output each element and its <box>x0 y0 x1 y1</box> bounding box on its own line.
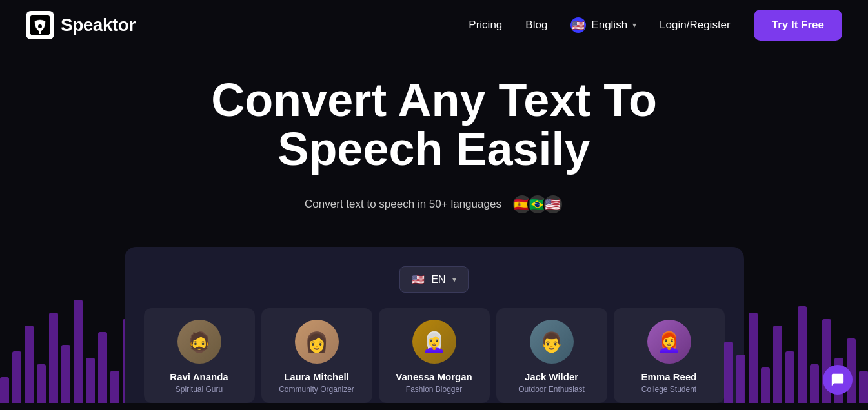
wave-bar <box>86 358 95 403</box>
voice-avatar-emma: 👩‍🦰 <box>647 320 691 364</box>
try-it-free-button[interactable]: Try It Free <box>754 10 842 41</box>
wave-bar <box>798 306 807 403</box>
wave-bar <box>74 300 83 403</box>
flag-usa: 🇺🇸 <box>543 194 563 215</box>
voice-role-ravi: Spiritual Guru <box>176 385 223 394</box>
chevron-down-icon: ▾ <box>632 21 636 30</box>
app-top-bar: 🇺🇸 EN ▾ <box>144 266 725 293</box>
wave-bar <box>61 345 70 403</box>
voice-card-laura[interactable]: 👩Laura MitchellCommunity Organizer <box>261 308 372 403</box>
wave-bar <box>785 351 794 403</box>
wave-bar <box>773 326 782 403</box>
voice-name-ravi: Ravi Ananda <box>170 371 228 382</box>
voice-name-jack: Jack Wilder <box>525 371 578 382</box>
wave-bar <box>810 364 819 403</box>
voice-avatar-laura: 👩 <box>295 320 339 364</box>
wave-bar <box>12 351 21 403</box>
voice-card-jack[interactable]: 👨Jack WilderOutdoor Enthusiast <box>496 308 607 403</box>
wave-bar <box>25 326 34 403</box>
logo-text: Speaktor <box>61 15 136 35</box>
language-selector[interactable]: 🇺🇸 English ▾ <box>570 17 636 33</box>
app-preview: 🇺🇸 EN ▾ 🧔Ravi AnandaSpiritual Guru👩Laura… <box>125 247 744 403</box>
wave-bar <box>110 371 119 403</box>
wave-bar <box>736 355 745 403</box>
language-label: English <box>591 19 627 32</box>
voice-name-laura: Laura Mitchell <box>284 371 349 382</box>
wave-bar <box>749 313 758 403</box>
voice-name-vanessa: Vanessa Morgan <box>396 371 472 382</box>
logo[interactable]: Speaktor <box>26 11 136 39</box>
voice-card-ravi[interactable]: 🧔Ravi AnandaSpiritual Guru <box>144 308 255 403</box>
voices-row: 🧔Ravi AnandaSpiritual Guru👩Laura Mitchel… <box>144 308 725 403</box>
svg-point-1 <box>38 24 42 28</box>
voice-role-vanessa: Fashion Blogger <box>406 385 462 394</box>
chevron-down-icon: ▾ <box>452 275 456 284</box>
voice-card-emma[interactable]: 👩‍🦰Emma ReedCollege Student <box>614 308 725 403</box>
wave-bar <box>98 332 107 403</box>
pricing-link[interactable]: Pricing <box>469 19 502 32</box>
chat-button[interactable] <box>823 365 853 395</box>
wave-bar <box>49 313 58 403</box>
voice-role-emma: College Student <box>641 385 696 394</box>
language-dropdown[interactable]: 🇺🇸 EN ▾ <box>399 266 468 293</box>
app-preview-wrapper: 🇺🇸 EN ▾ 🧔Ravi AnandaSpiritual Guru👩Laura… <box>0 247 868 403</box>
flag-icon: 🇺🇸 <box>570 17 586 33</box>
voice-card-vanessa[interactable]: 👩‍🦳Vanessa MorganFashion Blogger <box>379 308 490 403</box>
voice-role-jack: Outdoor Enthusiast <box>518 385 585 394</box>
nav-links: Pricing Blog 🇺🇸 English ▾ Login/Register… <box>469 10 842 41</box>
waveform-left <box>0 261 144 403</box>
voice-name-emma: Emma Reed <box>641 371 697 382</box>
hero-section: Convert Any Text To Speech Easily Conver… <box>0 50 868 215</box>
hero-subtitle: Convert text to speech in 50+ languages … <box>13 194 855 215</box>
navbar: Speaktor Pricing Blog 🇺🇸 English ▾ Login… <box>0 0 868 50</box>
voice-avatar-ravi: 🧔 <box>177 320 221 364</box>
flags-row: 🇪🇸 🇧🇷 🇺🇸 <box>512 194 563 215</box>
voice-avatar-jack: 👨 <box>530 320 574 364</box>
wave-bar <box>724 342 733 403</box>
voice-role-laura: Community Organizer <box>279 385 354 394</box>
voice-avatar-vanessa: 👩‍🦳 <box>412 320 456 364</box>
login-link[interactable]: Login/Register <box>660 19 731 32</box>
wave-bar <box>761 367 770 403</box>
hero-title: Convert Any Text To Speech Easily <box>144 76 725 173</box>
lang-code: EN <box>431 274 445 286</box>
blog-link[interactable]: Blog <box>525 19 547 32</box>
subtitle-text: Convert text to speech in 50+ languages <box>305 198 501 211</box>
logo-icon <box>26 11 54 39</box>
wave-bar <box>37 364 46 403</box>
lang-flag: 🇺🇸 <box>412 273 425 286</box>
svg-rect-2 <box>39 31 41 34</box>
wave-bar <box>859 371 868 403</box>
wave-bar <box>0 377 9 403</box>
